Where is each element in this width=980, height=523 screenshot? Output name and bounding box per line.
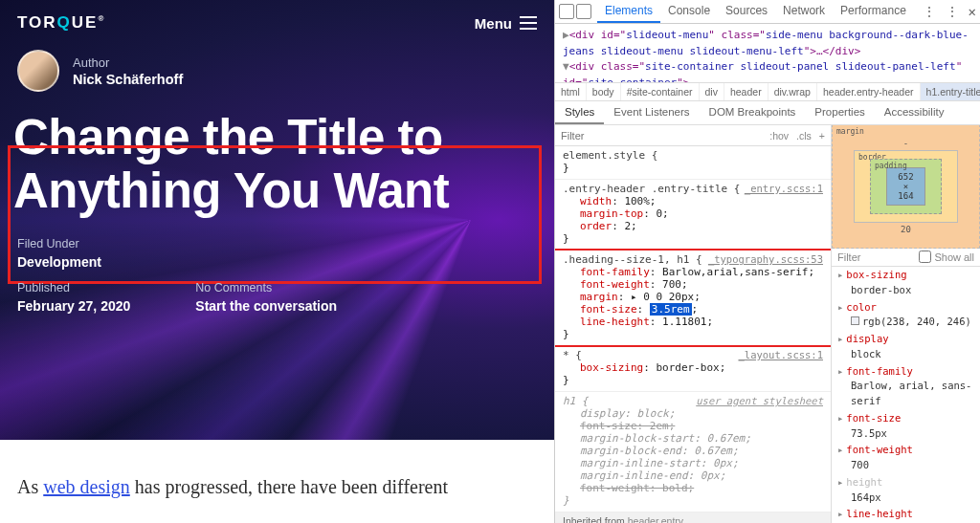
showall-checkbox[interactable] <box>919 251 931 263</box>
hamburger-icon <box>520 16 537 30</box>
cls-toggle[interactable]: .cls <box>796 130 812 142</box>
author-avatar[interactable] <box>17 50 59 92</box>
tab-performance[interactable]: Performance <box>833 0 914 23</box>
rule-ua-h1: user agent stylesheet h1 { display: bloc… <box>555 392 831 512</box>
published-label: Published <box>17 281 130 294</box>
top-bar: TORQUE® Menu <box>0 0 554 46</box>
subtab-properties[interactable]: Properties <box>805 101 874 124</box>
tab-console[interactable]: Console <box>660 0 718 23</box>
rule-heading-size-1: _typography.scss:53 .heading--size-1, h1… <box>555 251 831 346</box>
author-box: Author Nick Schäferhoff <box>0 46 554 101</box>
meta-row-2: Published February 27, 2020 No Comments … <box>0 270 554 314</box>
menu-button[interactable]: Menu <box>475 15 537 32</box>
page-title: Change the Title to Anything You Want <box>13 111 541 218</box>
meta-row: Filed Under Development <box>0 226 554 270</box>
tab-network[interactable]: Network <box>775 0 833 23</box>
box-model[interactable]: margin - border padding 652 × 164 20 <box>832 125 980 248</box>
comments-label: No Comments <box>195 281 337 294</box>
author-label: Author <box>73 55 183 70</box>
styles-filter-input[interactable] <box>561 130 618 142</box>
computed-pane: margin - border padding 652 × 164 20 Fil… <box>832 125 980 523</box>
computed-list[interactable]: ▸box-sizingborder-box▸colorrgb(238, 240,… <box>832 267 980 523</box>
new-rule-button[interactable]: + <box>819 130 825 142</box>
devtools-panel: Elements Console Sources Network Perform… <box>554 0 980 523</box>
menu-label: Menu <box>475 15 512 32</box>
article-body: As web design has progressed, there have… <box>0 440 554 498</box>
tab-elements[interactable]: Elements <box>597 0 660 23</box>
more-icon-2[interactable]: ⋮ <box>946 4 959 19</box>
subtab-accessibility[interactable]: Accessibility <box>875 101 954 124</box>
hov-toggle[interactable]: :hov <box>769 130 789 142</box>
inherited-divider: Inherited from header.entry… <box>555 512 831 523</box>
subtab-breakpoints[interactable]: DOM Breakpoints <box>700 101 806 124</box>
webpage-pane: TORQUE® Menu Author Nick Schäferhoff Cha… <box>0 0 554 523</box>
hero-header: TORQUE® Menu Author Nick Schäferhoff Cha… <box>0 0 554 440</box>
filed-value[interactable]: Development <box>17 254 101 270</box>
web-design-link[interactable]: web design <box>43 476 130 497</box>
rule-universal: _layout.scss:1 * { box-sizing: border-bo… <box>555 346 831 392</box>
published-value: February 27, 2020 <box>17 298 130 314</box>
styles-pane[interactable]: :hov.cls+ element.style { } _entry.scss:… <box>555 125 832 523</box>
close-icon[interactable]: ✕ <box>969 4 976 19</box>
breadcrumb[interactable]: htmlbody#site-containerdivheaderdiv.wrap… <box>555 83 980 101</box>
tab-sources[interactable]: Sources <box>718 0 775 23</box>
rule-entry-title: _entry.scss:1 .entry-header .entry-title… <box>555 180 831 251</box>
filed-label: Filed Under <box>17 237 101 251</box>
device-icon[interactable] <box>576 4 591 19</box>
site-logo[interactable]: TORQUE® <box>17 13 105 33</box>
more-icon[interactable]: ⋮ <box>923 4 936 19</box>
styles-subtabs: Styles Event Listeners DOM Breakpoints P… <box>555 101 980 125</box>
dom-tree[interactable]: ▶<div id="slideout-menu" class="side-men… <box>555 24 980 83</box>
rule-element-style: element.style { } <box>555 146 831 180</box>
subtab-listeners[interactable]: Event Listeners <box>604 101 699 124</box>
devtools-toolbar: Elements Console Sources Network Perform… <box>555 0 980 24</box>
subtab-styles[interactable]: Styles <box>555 101 604 124</box>
inspect-icon[interactable] <box>559 4 574 19</box>
devtools-tabs: Elements Console Sources Network Perform… <box>597 0 914 23</box>
author-name[interactable]: Nick Schäferhoff <box>73 72 183 87</box>
comments-value[interactable]: Start the conversation <box>195 298 337 314</box>
